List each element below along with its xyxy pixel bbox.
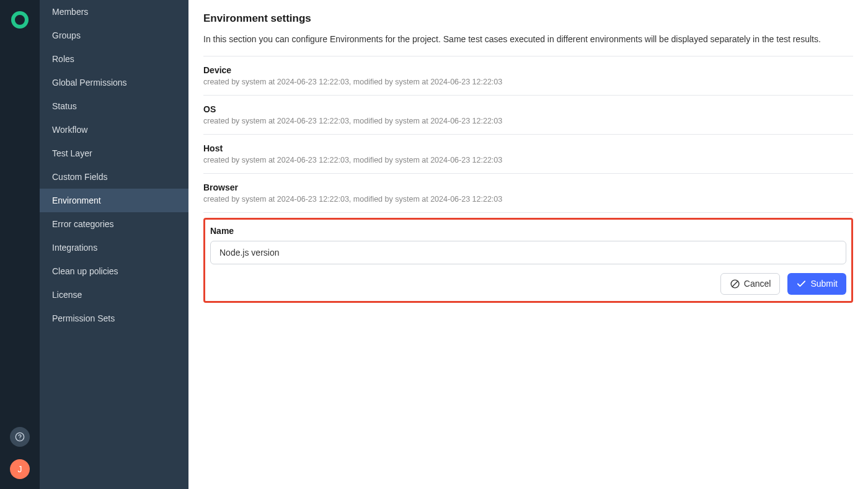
check-icon xyxy=(796,279,807,289)
environment-row[interactable]: OS created by system at 2024-06-23 12:22… xyxy=(203,96,853,135)
sidebar-item-custom-fields[interactable]: Custom Fields xyxy=(40,165,188,189)
page-title: Environment settings xyxy=(203,12,853,25)
sidebar: Members Groups Roles Global Permissions … xyxy=(40,0,188,489)
environment-meta: created by system at 2024-06-23 12:22:03… xyxy=(203,117,853,125)
environment-meta: created by system at 2024-06-23 12:22:03… xyxy=(203,156,853,164)
help-button[interactable] xyxy=(10,427,30,447)
icon-rail: J xyxy=(0,0,40,489)
sidebar-item-global-permissions[interactable]: Global Permissions xyxy=(40,71,188,94)
sidebar-item-label: Status xyxy=(52,101,77,111)
app-logo-icon[interactable] xyxy=(10,10,30,30)
environment-name: Browser xyxy=(203,182,853,192)
sidebar-item-label: License xyxy=(52,290,82,300)
sidebar-item-members[interactable]: Members xyxy=(40,0,188,24)
form-actions: Cancel Submit xyxy=(210,273,846,295)
sidebar-item-test-layer[interactable]: Test Layer xyxy=(40,141,188,165)
environment-meta: created by system at 2024-06-23 12:22:03… xyxy=(203,195,853,204)
user-avatar[interactable]: J xyxy=(10,459,30,479)
sidebar-item-label: Members xyxy=(52,7,88,17)
sidebar-item-label: Custom Fields xyxy=(52,172,107,182)
svg-point-0 xyxy=(13,13,27,27)
sidebar-item-groups[interactable]: Groups xyxy=(40,24,188,47)
sidebar-item-label: Integrations xyxy=(52,243,97,253)
question-icon xyxy=(15,432,25,442)
sidebar-item-label: Test Layer xyxy=(52,148,92,158)
cancel-icon xyxy=(730,279,740,289)
sidebar-item-license[interactable]: License xyxy=(40,283,188,307)
sidebar-item-label: Global Permissions xyxy=(52,78,127,87)
svg-line-4 xyxy=(732,281,738,287)
sidebar-item-label: Roles xyxy=(52,54,74,64)
sidebar-item-label: Error categories xyxy=(52,219,114,229)
sidebar-item-integrations[interactable]: Integrations xyxy=(40,236,188,259)
environment-row[interactable]: Browser created by system at 2024-06-23 … xyxy=(203,174,853,213)
name-input[interactable] xyxy=(210,241,846,264)
sidebar-item-label: Clean up policies xyxy=(52,266,118,276)
environment-name: OS xyxy=(203,104,853,114)
sidebar-item-label: Groups xyxy=(52,30,81,40)
name-label: Name xyxy=(210,226,846,236)
sidebar-item-roles[interactable]: Roles xyxy=(40,47,188,71)
sidebar-item-label: Environment xyxy=(52,195,101,205)
avatar-initial: J xyxy=(18,464,22,474)
environment-row[interactable]: Host created by system at 2024-06-23 12:… xyxy=(203,135,853,174)
sidebar-item-label: Workflow xyxy=(52,125,87,135)
submit-button[interactable]: Submit xyxy=(787,273,846,295)
main-content: Environment settings In this section you… xyxy=(188,0,868,489)
environment-name: Device xyxy=(203,65,853,75)
cancel-button[interactable]: Cancel xyxy=(720,273,781,295)
sidebar-item-clean-up-policies[interactable]: Clean up policies xyxy=(40,259,188,283)
sidebar-item-label: Permission Sets xyxy=(52,313,115,323)
submit-label: Submit xyxy=(810,279,838,289)
environment-name: Host xyxy=(203,143,853,153)
environment-meta: created by system at 2024-06-23 12:22:03… xyxy=(203,78,853,86)
sidebar-item-permission-sets[interactable]: Permission Sets xyxy=(40,307,188,330)
page-description: In this section you can configure Enviro… xyxy=(203,34,853,46)
environment-list: Device created by system at 2024-06-23 1… xyxy=(203,56,853,213)
sidebar-item-workflow[interactable]: Workflow xyxy=(40,118,188,141)
cancel-label: Cancel xyxy=(744,279,771,289)
sidebar-item-environment[interactable]: Environment xyxy=(40,189,188,212)
sidebar-item-error-categories[interactable]: Error categories xyxy=(40,212,188,236)
sidebar-item-status[interactable]: Status xyxy=(40,94,188,118)
add-environment-form: Name Cancel Submit xyxy=(203,218,853,303)
environment-row[interactable]: Device created by system at 2024-06-23 1… xyxy=(203,56,853,96)
